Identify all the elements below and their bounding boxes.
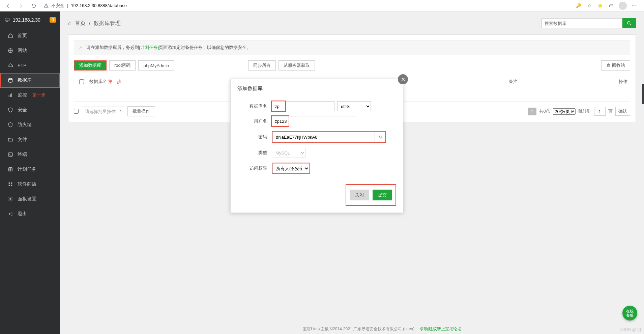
close-icon[interactable]: ✕ bbox=[398, 74, 408, 84]
search-input[interactable] bbox=[541, 18, 622, 28]
address-bar[interactable]: 不安全 | 192.168.2.30:8888/database bbox=[42, 3, 572, 9]
shield-icon bbox=[7, 107, 13, 113]
add-db-button[interactable]: 添加数据库 bbox=[74, 60, 107, 71]
svg-rect-2 bbox=[5, 18, 9, 21]
footer-link[interactable]: 求助|建议请上宝塔论坛 bbox=[420, 327, 461, 331]
sync-all-button[interactable]: 同步所有 bbox=[248, 60, 276, 71]
svg-point-15 bbox=[10, 198, 11, 200]
cloud-icon bbox=[7, 62, 13, 68]
jump-input[interactable] bbox=[594, 107, 606, 116]
password-input[interactable] bbox=[273, 132, 375, 142]
sidebar-item-database[interactable]: 数据库 bbox=[0, 73, 60, 88]
collections-icon[interactable]: 🗃 bbox=[608, 3, 614, 9]
search-box bbox=[541, 18, 636, 28]
batch-button[interactable]: 批量操作 bbox=[127, 106, 155, 116]
star-icon[interactable]: ☆ bbox=[586, 3, 592, 9]
sidebar-item-label: 软件商店 bbox=[18, 181, 36, 187]
sidebar-item-settings[interactable]: 面板设置 bbox=[0, 192, 60, 206]
support-fab[interactable]: 在线 客服 bbox=[622, 306, 637, 321]
watermark: CSDN @ 口 bbox=[619, 327, 641, 333]
col-note-label: 备注 bbox=[509, 79, 603, 85]
sidebar-item-store[interactable]: 软件商店 bbox=[0, 177, 60, 192]
phpmyadmin-button[interactable]: phpMyAdmin bbox=[138, 60, 174, 71]
sidebar-item-label: 面板设置 bbox=[18, 196, 36, 202]
more-icon[interactable]: ··· bbox=[632, 3, 637, 8]
scrollbar-indicator[interactable] bbox=[642, 84, 644, 104]
apps-icon bbox=[7, 181, 13, 187]
gear-icon bbox=[7, 196, 13, 202]
favorites-icon[interactable]: ⭐ bbox=[597, 3, 603, 9]
select-all-checkbox[interactable] bbox=[79, 79, 84, 84]
url-text: 192.168.2.30:8888/database bbox=[71, 3, 127, 8]
fetch-server-button[interactable]: 从服务器获取 bbox=[279, 60, 315, 71]
sidebar-item-home[interactable]: 首页 bbox=[0, 28, 60, 43]
submit-button[interactable]: 提交 bbox=[373, 190, 392, 200]
reload-icon[interactable] bbox=[29, 1, 38, 10]
alert-link[interactable]: [计划任务] bbox=[139, 45, 159, 50]
modal-title: 添加数据库 bbox=[231, 79, 403, 98]
batch-select[interactable]: 请选择批量操作 bbox=[82, 107, 124, 116]
sidebar-item-label: 监控 bbox=[18, 92, 27, 98]
firewall-icon bbox=[7, 122, 13, 128]
search-button[interactable] bbox=[622, 18, 636, 28]
logout-icon bbox=[7, 211, 13, 217]
sidebar-item-label: 退出 bbox=[18, 211, 27, 217]
add-db-modal: ✕ 添加数据库 数据库名 utf-8 用户名 bbox=[230, 79, 403, 213]
sidebar-item-terminal[interactable]: 终端 bbox=[0, 147, 60, 162]
svg-rect-8 bbox=[11, 93, 12, 97]
sidebar-item-label: 首页 bbox=[18, 33, 27, 39]
trash-button[interactable]: 🗑 回收站 bbox=[601, 60, 630, 71]
notify-badge[interactable]: 0 bbox=[50, 17, 56, 23]
database-icon bbox=[7, 77, 13, 83]
refresh-icon[interactable]: ↻ bbox=[375, 132, 385, 142]
user-input[interactable] bbox=[272, 116, 356, 126]
browser-toolbar: 不安全 | 192.168.2.30:8888/database 🔑 ☆ ⭐ 🗃… bbox=[0, 0, 644, 11]
svg-line-17 bbox=[630, 24, 631, 25]
jump-label: 跳转到 bbox=[578, 108, 591, 114]
encoding-select[interactable]: utf-8 bbox=[337, 101, 371, 111]
sidebar-item-logout[interactable]: 退出 bbox=[0, 206, 60, 221]
sidebar-item-label: 网站 bbox=[18, 48, 27, 54]
svg-rect-9 bbox=[8, 153, 12, 157]
sidebar-item-ftp[interactable]: FTP bbox=[0, 58, 60, 73]
jump-button[interactable]: 确认 bbox=[615, 107, 630, 116]
svg-rect-14 bbox=[11, 185, 12, 186]
step-label: 第一步 bbox=[32, 92, 46, 98]
tasks-icon bbox=[7, 166, 13, 172]
crumb-sep: / bbox=[89, 20, 90, 26]
col-ops-label: 操作 bbox=[603, 79, 630, 85]
sidebar-item-site[interactable]: 网站 bbox=[0, 43, 60, 58]
crumb-home[interactable]: 首页 bbox=[75, 20, 86, 27]
profile-avatar[interactable] bbox=[619, 2, 627, 10]
sidebar-item-security[interactable]: 安全 bbox=[0, 103, 60, 117]
sidebar-item-monitor[interactable]: 监控 第一步 bbox=[0, 88, 60, 103]
svg-rect-6 bbox=[9, 95, 9, 97]
sidebar-item-label: 终端 bbox=[18, 151, 27, 158]
sidebar-item-label: 数据库 bbox=[18, 77, 32, 83]
svg-point-16 bbox=[627, 22, 630, 24]
sidebar-item-cron[interactable]: 计划任务 bbox=[0, 162, 60, 177]
folder-icon bbox=[7, 137, 13, 143]
label-dbname: 数据库名 bbox=[241, 103, 272, 109]
sidebar-item-files[interactable]: 文件 bbox=[0, 132, 60, 147]
access-select[interactable]: 所有人(不安全) bbox=[272, 163, 310, 173]
dbname-input[interactable] bbox=[272, 101, 334, 111]
col-name-label: 数据库名 bbox=[89, 79, 107, 84]
page-label: 页 bbox=[608, 108, 613, 114]
alert-text2: 页面添加定时备份任务，以确保您的数据安全。 bbox=[159, 45, 251, 50]
sidebar-header: 192.168.2.30 0 bbox=[0, 11, 60, 28]
type-select: MySQL bbox=[272, 148, 305, 158]
sidebar-item-label: FTP bbox=[18, 63, 26, 68]
page-size-select[interactable]: 20条/页 bbox=[553, 108, 576, 115]
close-button[interactable]: 关闭 bbox=[350, 190, 369, 200]
svg-point-5 bbox=[9, 78, 12, 80]
root-pw-button[interactable]: root密码 bbox=[109, 60, 136, 71]
label-pw: 密码 bbox=[241, 134, 272, 140]
sidebar-item-firewall[interactable]: 防火墙 bbox=[0, 117, 60, 132]
key-icon[interactable]: 🔑 bbox=[576, 3, 582, 9]
breadcrumb-bar: ⌂ 首页 / 数据库管理 bbox=[68, 18, 636, 28]
batch-checkbox[interactable] bbox=[74, 109, 79, 114]
forward-icon[interactable] bbox=[16, 1, 26, 10]
back-icon[interactable] bbox=[3, 1, 13, 10]
sidebar-item-label: 文件 bbox=[18, 137, 27, 143]
